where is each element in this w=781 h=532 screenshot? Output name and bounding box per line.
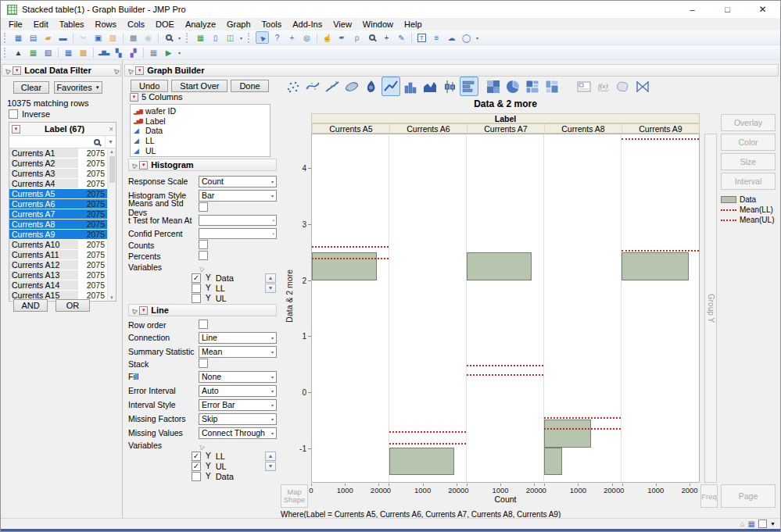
red-triangle-menu-icon[interactable]: ▼	[139, 161, 148, 170]
search-options-dropdown[interactable]: ▼	[105, 136, 116, 148]
palette-line-icon[interactable]	[382, 77, 400, 96]
menu-doe[interactable]: DOE	[150, 18, 180, 30]
move-down-button[interactable]: ▼	[265, 284, 276, 293]
status-checkbox[interactable]	[758, 520, 767, 528]
histogram-bar[interactable]	[544, 448, 562, 476]
filter-row-currents-a13[interactable]: Currents A132075	[9, 270, 116, 280]
scroll-thumb[interactable]	[109, 156, 115, 183]
journal-icon[interactable]: ▩	[127, 31, 140, 44]
palette-smoother-icon[interactable]	[303, 77, 322, 96]
lasso-icon[interactable]: ρ	[350, 31, 364, 44]
scroll-up-icon[interactable]: ▲	[109, 149, 114, 154]
red-triangle-menu-icon[interactable]: ▼	[130, 93, 138, 102]
move-down-button[interactable]: ▼	[265, 462, 276, 471]
histogram-bar[interactable]	[312, 252, 377, 280]
menu-file[interactable]: File	[3, 18, 28, 30]
undo-button[interactable]: Undo	[131, 80, 168, 92]
menu-view[interactable]: View	[328, 18, 357, 30]
crosshair-icon[interactable]: +	[380, 31, 393, 44]
search-icon[interactable]	[162, 31, 175, 44]
collapse-toolbar-icon[interactable]: ▲	[12, 46, 25, 59]
and-button[interactable]: AND	[13, 299, 48, 312]
plot-area[interactable]	[311, 134, 700, 483]
filter-row-currents-a14[interactable]: Currents A142075	[9, 280, 116, 291]
line-select-summary-statistic[interactable]: Mean▾	[199, 346, 277, 358]
histogram-bar[interactable]	[622, 252, 689, 280]
palette-box-plot-icon[interactable]	[440, 77, 459, 96]
toolbar-grip[interactable]	[186, 33, 191, 43]
globe-icon[interactable]: ◎	[300, 31, 313, 44]
new-column-icon[interactable]: ▯	[209, 31, 222, 44]
menu-tables[interactable]: Tables	[54, 18, 90, 30]
toolbar-overflow-icon[interactable]: ▾	[178, 50, 181, 55]
disclosure-triangle-icon[interactable]: △	[197, 442, 206, 451]
filter-row-currents-a11[interactable]: Currents A112075	[9, 250, 116, 260]
cell-plot-icon[interactable]: ▦	[147, 46, 160, 59]
collapse-triangle-icon[interactable]: △	[3, 66, 12, 75]
paste-icon[interactable]: ▥	[106, 31, 120, 44]
toolbar-grip[interactable]	[248, 33, 253, 43]
histogram-bar[interactable]	[389, 448, 454, 476]
line-select-fill[interactable]: None▾	[199, 371, 277, 383]
done-button[interactable]: Done	[231, 80, 268, 92]
line-select-missing-values[interactable]: Connect Through▾	[199, 427, 277, 439]
red-triangle-menu-icon[interactable]: ▼	[13, 66, 21, 75]
menu-edit[interactable]: Edit	[28, 18, 54, 30]
menu-analyze[interactable]: Analyze	[180, 18, 221, 30]
home-icon[interactable]: ⌂	[740, 520, 745, 528]
toolbar-overflow-icon[interactable]: ▾	[178, 35, 181, 41]
disclosure-triangle-icon[interactable]: △	[197, 264, 206, 273]
map-shape-drop-zone[interactable]: Map Shape	[281, 484, 308, 508]
palette-contour-icon[interactable]	[362, 77, 381, 96]
histogram-input-t-test-for-mean-at[interactable]: ▾	[199, 215, 277, 226]
move-up-button[interactable]: ▲	[265, 273, 276, 283]
filter-row-currents-a9[interactable]: Currents A92075	[9, 230, 116, 240]
histogram-var-checkbox-ul[interactable]	[192, 294, 201, 303]
graph-view-icon[interactable]: ▧	[41, 46, 55, 59]
collapse-triangle-icon[interactable]: △	[112, 66, 120, 75]
palette-area-icon[interactable]	[421, 77, 439, 96]
red-triangle-menu-icon[interactable]: ▼	[12, 125, 20, 134]
color-drop-zone[interactable]: Color	[721, 134, 776, 151]
menu-rows[interactable]: Rows	[90, 18, 123, 30]
histogram-checkbox-means-and-std-devs[interactable]	[199, 202, 208, 212]
size-drop-zone[interactable]: Size	[721, 153, 776, 170]
filter-row-currents-a10[interactable]: Currents A102075	[9, 240, 116, 250]
minimize-button[interactable]: –	[675, 1, 710, 18]
line-select-connection[interactable]: Line▾	[199, 332, 277, 344]
magnifier-icon[interactable]	[365, 31, 378, 44]
palette-caption-box-icon[interactable]	[575, 77, 593, 96]
filter-row-currents-a2[interactable]: Currents A22075	[9, 159, 116, 169]
oval-icon[interactable]: ◯	[460, 31, 473, 44]
histogram-var-checkbox-ll[interactable]	[192, 284, 201, 293]
close-button[interactable]: ✕	[745, 1, 780, 18]
mover-icon[interactable]: +	[285, 31, 299, 44]
palette-bar-icon[interactable]	[401, 77, 420, 96]
toolbar-overflow-icon[interactable]: ▾	[240, 35, 242, 41]
line-select-interval-style[interactable]: Error Bar▾	[199, 399, 277, 411]
line-checkbox-row-order[interactable]	[199, 320, 208, 329]
toolbar-grip[interactable]	[4, 33, 9, 43]
toolbar-overflow-icon[interactable]: ▾	[476, 35, 478, 41]
run-script-icon[interactable]: ▶	[162, 46, 175, 59]
palette-mosaic-icon[interactable]	[543, 77, 561, 96]
distribution-icon[interactable]: ▂▆▃	[97, 46, 110, 59]
menu-graph[interactable]: Graph	[221, 18, 256, 30]
preview-table-icon[interactable]: ▦	[62, 46, 75, 59]
table-view-icon[interactable]: ▦	[27, 46, 40, 59]
menu-help[interactable]: Help	[399, 18, 428, 30]
fit-model-icon[interactable]: ▞	[127, 46, 140, 59]
annotate-icon[interactable]: T	[415, 31, 428, 44]
palette-pie-icon[interactable]	[503, 77, 522, 96]
menu-tools[interactable]: Tools	[256, 18, 288, 30]
filter-row-currents-a8[interactable]: Currents A82075	[9, 220, 116, 230]
histogram-bar[interactable]	[467, 252, 532, 280]
close-icon[interactable]: ×	[109, 125, 113, 134]
menu-window[interactable]: Window	[357, 18, 399, 30]
filter-search-input[interactable]	[9, 136, 94, 148]
column-wafer-id[interactable]: ▂▅▇wafer ID	[134, 106, 267, 116]
filter-row-currents-a5[interactable]: Currents A52075	[9, 189, 116, 199]
filter-row-currents-a1[interactable]: Currents A12075	[9, 148, 116, 159]
clear-button[interactable]: Clear	[13, 81, 49, 94]
maximize-button[interactable]: □	[710, 1, 745, 18]
